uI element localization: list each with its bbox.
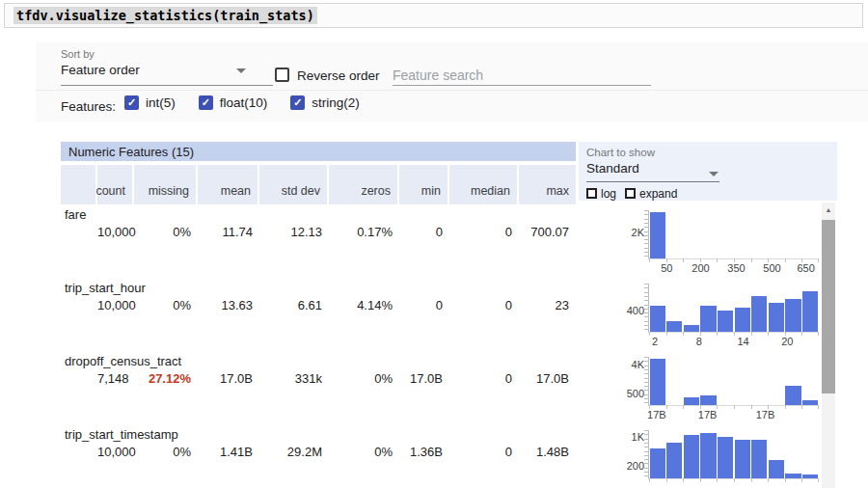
x-axis-tick [801, 405, 802, 409]
y-axis-label: 400 [617, 305, 644, 316]
y-axis-tick [644, 235, 648, 236]
reverse-order-checkbox[interactable] [275, 68, 289, 82]
stat-max: 17.0B [519, 371, 576, 386]
y-axis-tick [644, 459, 648, 460]
histogram-plot [648, 284, 819, 333]
column-header-max: max [519, 165, 576, 204]
log-checkbox[interactable] [586, 188, 597, 199]
stat-min: 17.0B [399, 371, 449, 386]
y-axis-tick [644, 366, 648, 366]
table-row-fare: fare10,0000%11.7412.130.17%00700.07 [61, 204, 576, 278]
y-axis-tick [644, 239, 648, 240]
y-axis-tick [644, 296, 648, 297]
controls-panel: Sort by Feature order Reverse order Feat… [36, 42, 868, 122]
histogram-bar [802, 291, 818, 333]
histogram-bar [684, 325, 699, 333]
x-axis-tick [751, 332, 752, 336]
x-axis-label: 17B [647, 409, 666, 420]
stat-std dev: 331k [259, 371, 329, 386]
stat-spacer [61, 225, 97, 239]
x-axis-tick [649, 258, 650, 262]
reverse-order-label: Reverse order [297, 68, 380, 83]
stat-std dev: 6.61 [259, 298, 329, 312]
y-axis-tick [644, 455, 648, 456]
sort-by-dropdown[interactable]: Feature order [61, 63, 273, 77]
scrollbar-thumb[interactable] [822, 220, 835, 393]
column-header-missing: missing [134, 165, 198, 204]
column-header-zeros: zeros [329, 165, 399, 204]
scrollbar-up-arrow-icon[interactable]: ▲ [822, 203, 835, 218]
stat-spacer [61, 298, 97, 312]
table-column-headers: countmissingmeanstd devzerosminmedianmax [61, 165, 576, 204]
histogram-bar [802, 474, 818, 479]
feature-type-filter-string2[interactable]: ✓string(2) [290, 95, 360, 110]
x-axis-tick [818, 478, 819, 482]
y-axis-label: 4K [617, 359, 644, 370]
x-axis-tick [717, 332, 718, 336]
stat-std dev: 12.13 [259, 225, 329, 239]
stat-max: 700.07 [519, 225, 576, 239]
y-axis-tick [644, 309, 648, 310]
stat-count: 10,000 [97, 298, 134, 312]
stat-missing: 0% [134, 298, 198, 312]
sort-by-underline [61, 85, 273, 86]
stat-median: 0 [449, 445, 519, 459]
histogram-bar [718, 311, 733, 333]
stat-min: 1.36B [399, 445, 449, 459]
histogram-bar [751, 440, 767, 478]
y-axis-tick [644, 402, 648, 403]
table-rows: fare10,0000%11.7412.130.17%00700.07trip_… [61, 204, 576, 488]
feature-type-filter-int5[interactable]: ✓int(5) [124, 95, 176, 110]
stat-spacer [61, 371, 97, 386]
x-axis-tick [666, 332, 667, 336]
histogram-bar [785, 474, 800, 479]
vertical-scrollbar[interactable]: ▲ [822, 203, 835, 488]
y-axis-tick [644, 390, 648, 391]
x-axis-tick [818, 258, 819, 262]
feature-type-filter-float10[interactable]: ✓float(10) [199, 95, 268, 110]
x-axis-tick [649, 332, 650, 336]
histogram-plot [648, 357, 819, 406]
notebook-code-cell[interactable]: tfdv.visualize_statistics(train_stats) [4, 3, 863, 28]
y-axis-tick [644, 357, 648, 358]
y-axis-tick [644, 398, 648, 399]
numeric-features-table-title: Numeric Features (15) [61, 142, 576, 163]
y-axis-tick [644, 373, 648, 374]
x-axis-tick [785, 478, 786, 482]
y-axis-tick [644, 219, 648, 220]
histogram-bar [769, 460, 784, 478]
controls-divider [36, 90, 868, 91]
y-axis-tick [644, 325, 648, 326]
y-axis-tick [644, 439, 648, 440]
expand-checkbox[interactable] [625, 188, 636, 199]
histogram-bar [700, 433, 716, 479]
y-axis-tick [644, 369, 648, 370]
y-axis-tick [644, 227, 648, 228]
x-axis-tick [785, 405, 786, 409]
histogram-bar [650, 306, 665, 333]
feature-search-underline [393, 85, 651, 86]
y-axis-tick [644, 214, 648, 215]
y-axis-tick [644, 434, 648, 435]
histogram-bar [650, 448, 665, 478]
feature-search-input[interactable]: Feature search [393, 68, 483, 83]
chart-type-dropdown[interactable]: Standard [586, 161, 639, 176]
features-label: Features: [61, 99, 116, 114]
x-axis-tick [785, 258, 786, 262]
chart-controls-panel: Chart to show Standard log expand [579, 142, 837, 201]
chevron-down-icon [236, 68, 246, 73]
column-header-median: median [449, 165, 519, 204]
y-axis-tick [644, 231, 648, 232]
histogram-bar [666, 443, 682, 478]
feature-type-label: string(2) [312, 95, 360, 110]
feature-name: fare [61, 204, 576, 222]
x-axis-label: 8 [696, 336, 702, 347]
stat-max: 1.48B [519, 445, 576, 459]
histogram-fare: 2K50200350500650 [617, 204, 820, 278]
histogram-trip_start_timestamp: 1K200 [617, 424, 820, 488]
y-axis-tick [644, 305, 648, 306]
x-axis-label: 650 [797, 262, 814, 274]
x-axis-tick [683, 405, 684, 409]
stat-count: 10,000 [97, 445, 134, 459]
stat-min: 0 [399, 225, 449, 239]
